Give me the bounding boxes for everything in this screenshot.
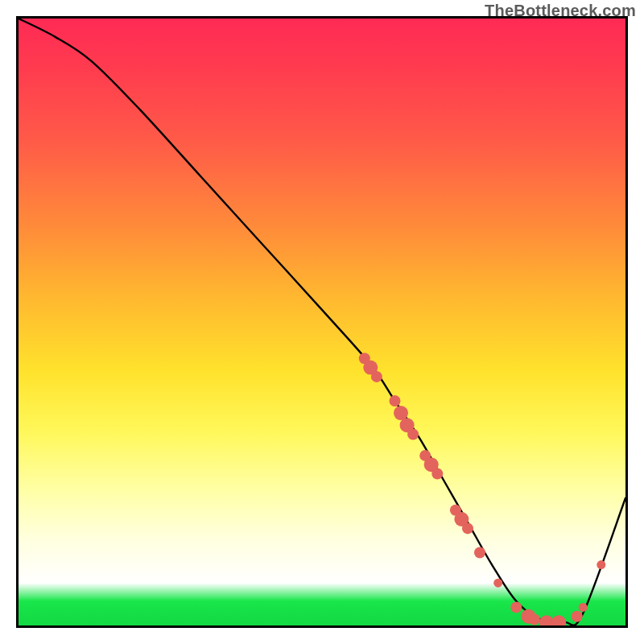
chart-container xyxy=(16,16,628,628)
curve-marker xyxy=(572,611,583,622)
curve-marker xyxy=(462,522,473,534)
curve-marker xyxy=(493,579,502,588)
curve-marker xyxy=(431,469,443,480)
curve-marker xyxy=(579,603,588,612)
curve-marker xyxy=(390,395,401,407)
curve-marker xyxy=(597,560,605,569)
curve-marker xyxy=(551,615,566,625)
chart-svg xyxy=(19,19,625,625)
watermark-text: TheBottleneck.com xyxy=(485,2,636,20)
curve-marker xyxy=(529,614,540,625)
curve-marker-group xyxy=(359,353,606,625)
curve-marker xyxy=(510,601,522,613)
curve-marker xyxy=(407,429,419,440)
bottleneck-curve xyxy=(19,19,625,625)
curve-marker xyxy=(474,547,485,559)
curve-marker xyxy=(371,371,382,382)
